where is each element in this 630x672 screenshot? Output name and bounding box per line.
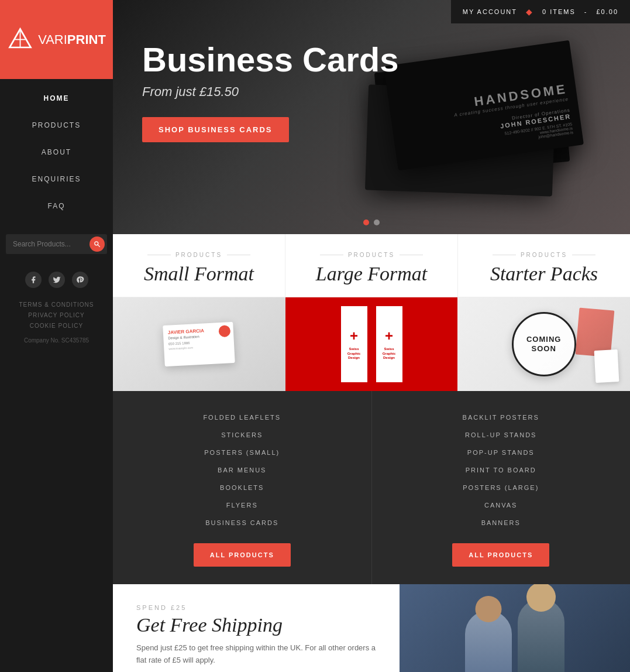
free-shipping-image [400, 584, 630, 672]
rollup-banner-1: + SwissGraphicDesign [341, 306, 367, 382]
people-image [447, 584, 582, 672]
link-booklets[interactable]: BOOKLETS [125, 479, 360, 496]
free-shipping-section: SPEND £25 Get Free Shipping Spend just £… [113, 584, 630, 672]
link-stickers[interactable]: STICKERS [125, 426, 360, 444]
link-print-to-board[interactable]: PRINT TO BOARD [384, 461, 619, 479]
logo-print: PRINT [67, 32, 106, 47]
sidebar: VARIPRINT HOME PRODUCTS ABOUT ENQUIRIES … [0, 0, 113, 672]
link-posters-small[interactable]: POSTERS (SMALL) [125, 444, 360, 461]
free-shipping-content: SPEND £25 Get Free Shipping Spend just £… [113, 584, 400, 672]
link-popup-stands[interactable]: POP-UP STANDS [384, 444, 619, 461]
facebook-icon[interactable] [25, 272, 42, 288]
pinterest-icon[interactable] [72, 272, 88, 288]
link-business-cards[interactable]: BUSINESS CARDS [125, 514, 360, 532]
sidebar-item-home[interactable]: HOME [0, 85, 113, 112]
link-banners[interactable]: BANNERS [384, 514, 619, 532]
terms-link[interactable]: TERMS & CONDITIONS [6, 300, 107, 310]
cart-items[interactable]: 0 ITEMS [542, 8, 576, 15]
hero-subtitle: From just £15.50 [142, 84, 601, 100]
all-products-button-right[interactable]: ALL PRODUCTS [452, 543, 549, 567]
hero-section: HANDSOME A creating success through user… [113, 0, 630, 234]
my-account-label[interactable]: MY ACCOUNT [463, 8, 517, 15]
top-bar: MY ACCOUNT ◆ 0 ITEMS - £0.00 [451, 0, 630, 23]
spend-label: SPEND £25 [136, 604, 376, 611]
company-number: Company No. SC435785 [6, 337, 107, 344]
person-1 [465, 611, 512, 672]
link-rollup-stands[interactable]: ROLL-UP STANDS [384, 426, 619, 444]
svg-point-3 [95, 242, 98, 245]
product-images: JAVIER GARCIA Design & Illustration 650 … [113, 297, 630, 391]
product-categories: PRODUCTS Small Format PRODUCTS Large For… [113, 234, 630, 297]
link-flyers[interactable]: FLYERS [125, 496, 360, 514]
link-bar-menus[interactable]: BAR MENUS [125, 461, 360, 479]
sidebar-item-enquiries[interactable]: ENQUIRIES [0, 166, 113, 193]
logo-area[interactable]: VARIPRINT [0, 0, 113, 79]
sidebar-item-about[interactable]: ABOUT [0, 139, 113, 166]
search-button[interactable] [89, 236, 105, 252]
coming-soon-text: COMING SOON [514, 335, 574, 353]
social-links [25, 272, 88, 288]
product-links-right: BACKLIT POSTERS ROLL-UP STANDS POP-UP ST… [372, 391, 631, 584]
hero-title: Business Cards [142, 41, 601, 78]
main-content: MY ACCOUNT ◆ 0 ITEMS - £0.00 HANDSOME A … [113, 0, 630, 672]
product-links-left: FOLDED LEAFLETS STICKERS POSTERS (SMALL)… [113, 391, 372, 584]
product-cat-large-format[interactable]: PRODUCTS Large Format [285, 234, 458, 297]
rollup-banner-2: + SwissGraphicDesign [376, 306, 402, 382]
hero-cta-button[interactable]: SHOP BUSINESS CARDS [142, 117, 289, 142]
product-image-large-format[interactable]: + SwissGraphicDesign + SwissGraphicDesig… [285, 297, 458, 391]
product-cat-starter-packs[interactable]: PRODUCTS Starter Packs [458, 234, 630, 297]
product-cat-title-1: Large Format [297, 263, 446, 285]
twitter-icon[interactable] [49, 272, 65, 288]
product-cat-title-2: Starter Packs [470, 263, 618, 285]
topbar-separator: - [584, 8, 588, 15]
link-backlit-posters[interactable]: BACKLIT POSTERS [384, 409, 619, 426]
free-shipping-description: Spend just £25 to get free shipping with… [136, 642, 376, 667]
hero-dots [363, 220, 380, 225]
free-shipping-title: Get Free Shipping [136, 614, 376, 636]
sidebar-item-products[interactable]: PRODUCTS [0, 112, 113, 139]
hero-dot-2[interactable] [374, 220, 380, 225]
sidebar-footer: TERMS & CONDITIONS PRIVACY POLICY COOKIE… [0, 300, 113, 344]
cookie-link[interactable]: COOKIE POLICY [6, 321, 107, 331]
link-posters-large[interactable]: POSTERS (LARGE) [384, 479, 619, 496]
svg-line-4 [98, 245, 100, 247]
product-links-section: FOLDED LEAFLETS STICKERS POSTERS (SMALL)… [113, 391, 630, 584]
hero-dot-1[interactable] [363, 220, 369, 225]
link-folded-leaflets[interactable]: FOLDED LEAFLETS [125, 409, 360, 426]
logo-vari: VARI [38, 32, 67, 47]
person-2 [518, 599, 564, 672]
products-section: PRODUCTS Small Format PRODUCTS Large For… [113, 234, 630, 391]
sidebar-nav: HOME PRODUCTS ABOUT ENQUIRIES FAQ [0, 85, 113, 220]
mini-business-card: JAVIER GARCIA Design & Illustration 650 … [163, 322, 235, 366]
search-area [0, 225, 113, 263]
product-cat-label-0: PRODUCTS [125, 252, 273, 258]
search-icon [94, 241, 101, 248]
logo-icon [7, 26, 33, 53]
product-image-starter-packs[interactable]: COMING SOON [457, 297, 630, 391]
product-cat-label-1: PRODUCTS [297, 252, 446, 258]
sidebar-item-faq[interactable]: FAQ [0, 193, 113, 220]
product-image-small-format[interactable]: JAVIER GARCIA Design & Illustration 650 … [113, 297, 285, 391]
cart-price: £0.00 [596, 8, 618, 15]
topbar-divider: ◆ [526, 7, 533, 16]
coming-soon-badge: COMING SOON [512, 312, 576, 376]
link-canvas[interactable]: CANVAS [384, 496, 619, 514]
hero-content: Business Cards From just £15.50 SHOP BUS… [113, 0, 630, 183]
product-cat-label-2: PRODUCTS [470, 252, 618, 258]
product-cat-small-format[interactable]: PRODUCTS Small Format [113, 234, 285, 297]
all-products-button-left[interactable]: ALL PRODUCTS [194, 543, 291, 567]
product-cat-title-0: Small Format [125, 263, 273, 285]
privacy-link[interactable]: PRIVACY POLICY [6, 310, 107, 321]
logo-text: VARIPRINT [38, 32, 106, 47]
